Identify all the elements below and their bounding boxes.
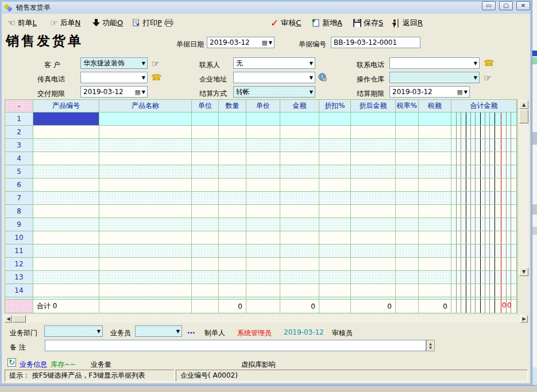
salesman-combo[interactable]: ▼ (135, 325, 182, 337)
new-button[interactable]: 新增A (312, 16, 342, 30)
grid-cell[interactable] (246, 139, 280, 152)
grid-cell[interactable] (33, 139, 99, 152)
grid-cell[interactable] (319, 112, 351, 126)
row-number[interactable]: 11 (5, 244, 33, 258)
grid-cell[interactable] (451, 112, 517, 126)
grid-cell[interactable] (280, 205, 319, 218)
column-header[interactable]: 折后金额 (351, 100, 396, 112)
grid-cell[interactable] (33, 231, 99, 244)
grid-cell[interactable] (419, 284, 451, 297)
audit-button[interactable]: ✓ 审核C (271, 16, 301, 30)
grid-cell[interactable] (396, 152, 419, 165)
scroll-right-button[interactable]: ▶ (520, 315, 528, 323)
chevron-down-icon[interactable]: ▼ (310, 90, 315, 95)
grid-cell[interactable] (33, 244, 99, 258)
grid-cell[interactable] (451, 244, 517, 258)
grid-cell[interactable] (219, 271, 246, 284)
chevron-down-icon[interactable]: ▼ (142, 75, 147, 80)
grid-cell[interactable] (99, 271, 192, 284)
grid-cell[interactable] (219, 192, 246, 205)
grid-cell[interactable] (351, 126, 396, 139)
grid-cell[interactable] (319, 165, 351, 178)
chevron-down-icon[interactable]: ▼ (142, 61, 147, 66)
grid-cell[interactable] (451, 231, 517, 244)
grid-cell[interactable] (419, 205, 451, 218)
grid-cell[interactable] (219, 126, 246, 139)
grid-cell[interactable] (319, 192, 351, 205)
dept-combo[interactable]: ▼ (44, 325, 103, 337)
grid-cell[interactable] (33, 284, 99, 297)
grid-cell[interactable] (192, 205, 219, 218)
grid-cell[interactable] (219, 244, 246, 258)
grid-cell[interactable] (396, 258, 419, 271)
grid-cell[interactable] (419, 139, 451, 152)
chevron-down-icon[interactable]: ▼ (310, 61, 315, 66)
chevron-down-icon[interactable]: ▼ (268, 40, 274, 45)
grid-cell[interactable] (99, 218, 192, 231)
grid-cell[interactable] (351, 152, 396, 165)
remark-spinner[interactable]: ▲▼ (426, 340, 435, 351)
grid-cell[interactable] (33, 165, 99, 178)
grid-cell[interactable] (280, 165, 319, 178)
grid-cell[interactable] (192, 258, 219, 271)
grid-cell[interactable] (280, 244, 319, 258)
grid-cell[interactable] (396, 284, 419, 297)
grid-cell[interactable] (419, 244, 451, 258)
grid-cell[interactable] (192, 126, 219, 139)
grid-cell[interactable] (319, 284, 351, 297)
grid-cell[interactable] (33, 178, 99, 192)
v-scroll-thumb[interactable] (519, 110, 528, 123)
grid-cell[interactable] (192, 231, 219, 244)
grid-cell[interactable] (99, 178, 192, 192)
warehouse-combo[interactable]: ▼ (389, 72, 480, 83)
phone-icon[interactable]: ☎ (484, 58, 494, 68)
grid-cell[interactable] (451, 165, 517, 178)
delivery-date-field[interactable]: 2019-03-12 ▦▼ (80, 86, 148, 98)
more-button[interactable]: ... (187, 327, 195, 335)
grid-cell[interactable] (280, 218, 319, 231)
row-number[interactable]: 14 (5, 284, 33, 297)
grid-cell[interactable] (246, 205, 280, 218)
contact-combo[interactable]: 无▼ (233, 57, 315, 69)
column-header[interactable]: 单价 (246, 100, 280, 112)
grid-cell[interactable] (351, 284, 396, 297)
grid-cell[interactable] (192, 165, 219, 178)
grid-cell[interactable] (192, 192, 219, 205)
column-header[interactable]: 产品编号 (33, 100, 99, 112)
grid-cell[interactable] (219, 231, 246, 244)
grid-cell[interactable] (419, 258, 451, 271)
grid-cell[interactable] (99, 165, 192, 178)
grid-cell[interactable] (396, 178, 419, 192)
grid-cell[interactable] (99, 231, 192, 244)
grid-cell[interactable] (319, 205, 351, 218)
column-header[interactable]: - (5, 100, 33, 112)
settle-due-field[interactable]: 2019-03-12 ▦▼ (389, 86, 470, 98)
grid-cell[interactable] (351, 205, 396, 218)
grid-cell[interactable] (351, 139, 396, 152)
grid-cell[interactable] (396, 218, 419, 231)
refresh-icon[interactable]: ↻ (7, 358, 16, 367)
grid-cell[interactable] (192, 271, 219, 284)
grid-cell[interactable] (419, 231, 451, 244)
chevron-down-icon[interactable]: ▼ (97, 329, 102, 334)
scroll-left-button[interactable]: ◀ (5, 315, 12, 323)
grid-cell[interactable] (396, 112, 419, 126)
grid-cell[interactable] (192, 152, 219, 165)
row-number[interactable]: 12 (5, 258, 33, 271)
calendar-icon[interactable]: ▦ (261, 39, 267, 46)
grid-cell[interactable] (419, 178, 451, 192)
grid-cell[interactable] (192, 139, 219, 152)
grid-cell[interactable] (99, 192, 192, 205)
customer-combo[interactable]: 华东捷波装饰▼ (80, 57, 148, 69)
grid-cell[interactable] (319, 178, 351, 192)
grid-cell[interactable] (396, 139, 419, 152)
contact-phone-combo[interactable]: ▼ (389, 57, 480, 69)
grid-cell[interactable] (280, 258, 319, 271)
grid-cell[interactable] (396, 244, 419, 258)
grid-cell[interactable] (319, 139, 351, 152)
row-number[interactable]: 13 (5, 271, 33, 284)
grid-cell[interactable] (280, 152, 319, 165)
grid-cell[interactable] (419, 271, 451, 284)
column-header[interactable]: 税额 (419, 100, 451, 112)
settle-method-combo[interactable]: 转帐▼ (233, 86, 315, 98)
